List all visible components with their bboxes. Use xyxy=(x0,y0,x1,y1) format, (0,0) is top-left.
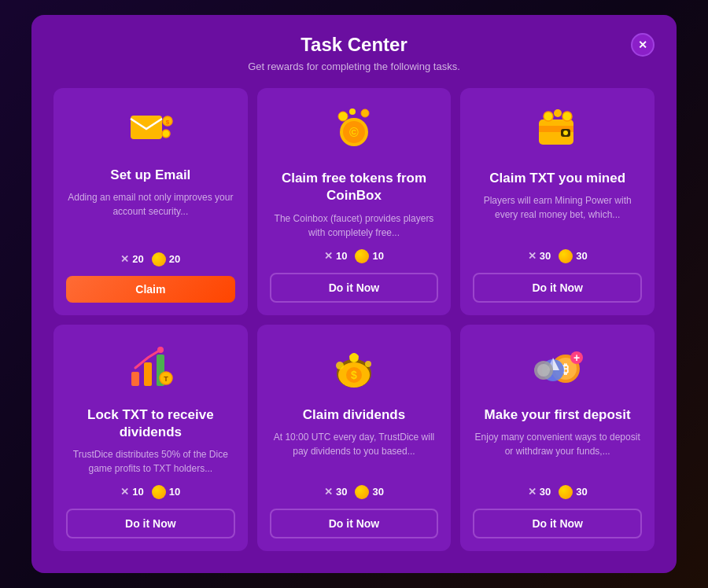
task-center-modal: Task Center ✕ Get rewards for completing… xyxy=(31,15,677,572)
task-rewards-setup-email: ✕ 20 20 xyxy=(120,252,180,266)
task-icon-claim-coinbox: © xyxy=(329,104,379,160)
task-btn-lock-txt[interactable]: Do it Now xyxy=(66,509,235,538)
svg-point-3 xyxy=(162,130,170,138)
task-btn-claim-coinbox[interactable]: Do it Now xyxy=(270,273,439,303)
task-icon-first-deposit: ₿ + xyxy=(533,340,583,397)
task-title-setup-email: Set up Email xyxy=(110,167,190,184)
svg-point-36 xyxy=(537,364,550,377)
task-btn-claim-dividends[interactable]: Do it Now xyxy=(270,509,439,538)
task-rewards-claim-dividends: ✕ 30 30 xyxy=(324,485,384,499)
task-desc-claim-coinbox: The Coinbox (faucet) provides players wi… xyxy=(270,211,439,240)
svg-text:$: $ xyxy=(166,119,170,126)
task-title-lock-txt: Lock TXT to receive dividends xyxy=(66,406,235,441)
task-card-claim-coinbox: © Claim free tokens from CoinBoxThe Coin… xyxy=(257,88,452,314)
coin-icon xyxy=(559,485,573,499)
reward-coin-claim-txt-mined: 30 xyxy=(559,249,587,263)
task-card-first-deposit: ₿ + Make your first depositEnjoy many co… xyxy=(460,325,655,551)
task-icon-claim-dividends: $ xyxy=(329,340,379,397)
task-btn-setup-email[interactable]: Claim xyxy=(66,276,235,303)
reward-x-claim-dividends: ✕ 30 xyxy=(324,486,347,498)
task-rewards-lock-txt: ✕ 10 10 xyxy=(120,485,180,499)
coin-icon xyxy=(355,485,369,499)
task-icon-claim-txt-mined xyxy=(533,104,583,160)
coin-icon xyxy=(152,252,166,266)
task-card-setup-email: $ Set up EmailAdding an email not only i… xyxy=(53,88,248,314)
svg-text:$: $ xyxy=(351,369,357,381)
reward-coin-claim-dividends: 30 xyxy=(355,485,383,499)
svg-point-20 xyxy=(157,347,164,353)
task-btn-claim-txt-mined[interactable]: Do it Now xyxy=(473,273,642,303)
svg-text:+: + xyxy=(573,351,580,364)
svg-rect-18 xyxy=(144,362,152,386)
svg-text:T: T xyxy=(164,375,169,383)
reward-coin-setup-email: 20 xyxy=(152,252,180,266)
reward-coin-claim-coinbox: 10 xyxy=(355,249,383,263)
reward-coin-lock-txt: 10 xyxy=(152,485,180,499)
close-button[interactable]: ✕ xyxy=(631,33,655,57)
svg-point-9 xyxy=(349,108,356,115)
task-card-claim-txt-mined: Claim TXT you minedPlayers will earn Min… xyxy=(460,88,655,314)
svg-point-28 xyxy=(365,361,371,367)
reward-x-claim-txt-mined: ✕ 30 xyxy=(528,250,551,262)
modal-title: Task Center xyxy=(53,34,655,56)
task-card-lock-txt: T Lock TXT to receive dividendsTrustDice… xyxy=(53,325,248,551)
svg-point-13 xyxy=(563,130,568,135)
task-desc-first-deposit: Enjoy many convenient ways to deposit or… xyxy=(473,430,642,476)
task-card-claim-dividends: $ Claim dividendsAt 10:00 UTC every day,… xyxy=(257,325,452,551)
svg-point-27 xyxy=(336,362,344,369)
task-rewards-first-deposit: ✕ 30 30 xyxy=(528,485,588,499)
reward-x-lock-txt: ✕ 10 xyxy=(120,486,143,498)
task-title-claim-txt-mined: Claim TXT you mined xyxy=(489,170,625,187)
svg-point-15 xyxy=(554,109,562,117)
task-desc-setup-email: Adding an email not only improves your a… xyxy=(66,190,235,242)
svg-point-8 xyxy=(361,109,369,117)
tasks-grid: $ Set up EmailAdding an email not only i… xyxy=(53,88,655,550)
task-rewards-claim-coinbox: ✕ 10 10 xyxy=(324,249,384,263)
task-title-first-deposit: Make your first deposit xyxy=(485,406,631,424)
reward-x-first-deposit: ✕ 30 xyxy=(528,486,551,498)
modal-subtitle: Get rewards for completing the following… xyxy=(53,61,655,72)
svg-rect-17 xyxy=(131,372,139,386)
coin-icon xyxy=(152,485,166,499)
modal-header: Task Center ✕ xyxy=(53,34,655,56)
reward-coin-first-deposit: 30 xyxy=(559,485,587,499)
task-desc-claim-txt-mined: Players will earn Mining Power with ever… xyxy=(473,193,642,239)
task-btn-first-deposit[interactable]: Do it Now xyxy=(473,509,642,538)
reward-x-claim-coinbox: ✕ 10 xyxy=(324,250,347,262)
task-title-claim-coinbox: Claim free tokens from CoinBox xyxy=(270,170,439,204)
svg-point-7 xyxy=(338,112,348,121)
svg-text:©: © xyxy=(349,126,359,139)
coin-icon xyxy=(559,249,573,263)
svg-rect-0 xyxy=(131,116,162,139)
coin-icon xyxy=(355,249,369,263)
task-desc-lock-txt: TrustDice distributes 50% of the Dice ga… xyxy=(66,447,235,476)
svg-point-14 xyxy=(544,112,553,121)
task-title-claim-dividends: Claim dividends xyxy=(303,406,405,424)
svg-point-16 xyxy=(562,112,572,121)
task-icon-setup-email: $ xyxy=(127,104,174,157)
task-rewards-claim-txt-mined: ✕ 30 30 xyxy=(528,249,588,263)
reward-x-setup-email: ✕ 20 xyxy=(120,253,143,265)
task-desc-claim-dividends: At 10:00 UTC every day, TrustDice will p… xyxy=(270,430,439,476)
task-icon-lock-txt: T xyxy=(125,340,175,397)
